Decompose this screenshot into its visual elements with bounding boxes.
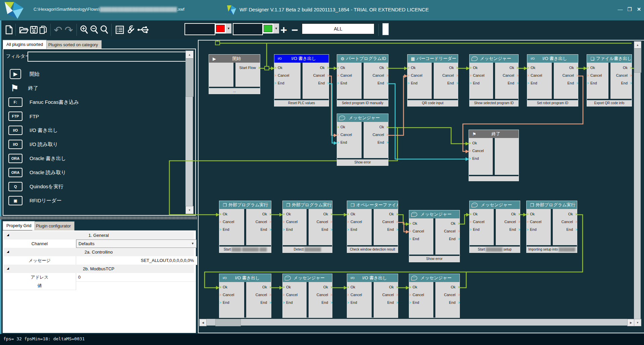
output-port-end[interactable]: End	[260, 300, 267, 304]
input-port-end[interactable]: End	[413, 237, 419, 241]
property-value[interactable]: SET_ALLOUT,0,0,0,0,0,0%	[76, 256, 197, 265]
property-group-label[interactable]: 2a. Controllino	[3, 248, 194, 257]
workflow-node-ext2[interactable]: ❐外部プログラム実行Ok>Cancel>End>Ok>Cancel>End>De…	[283, 201, 332, 253]
output-port-cancel[interactable]: Cancel	[317, 293, 328, 297]
input-port-ok[interactable]: Ok	[278, 66, 282, 70]
output-port-end[interactable]: End	[567, 81, 574, 85]
input-port-ok[interactable]: Ok	[413, 221, 417, 225]
output-port-cancel[interactable]: Cancel	[313, 73, 325, 77]
redo-button[interactable]: ↷	[64, 23, 74, 37]
scrollbar-thumb[interactable]	[634, 49, 641, 73]
input-port-ok[interactable]: Ok	[473, 212, 478, 216]
output-port-ok[interactable]: Ok	[569, 66, 574, 70]
input-port-cancel[interactable]: Cancel	[413, 293, 424, 297]
output-port-ok[interactable]: Ok	[323, 212, 328, 216]
maximize-button[interactable]: ❐	[625, 5, 634, 13]
output-port-ok[interactable]: Ok	[379, 125, 384, 129]
input-port-cancel[interactable]: Cancel	[530, 220, 541, 224]
color-swatch-1[interactable]	[215, 23, 226, 33]
zoom-minus-button[interactable]: −	[291, 21, 298, 39]
output-port-ok[interactable]: Ok	[389, 285, 394, 289]
workflow-node-ext3[interactable]: ❐外部プログラム実行Ok>Cancel>End>Ok>Cancel>End>Im…	[527, 201, 577, 253]
output-port-ok[interactable]: Ok	[509, 66, 514, 70]
workflow-node-msg2[interactable]: ⋯メッセンジャーOk>Cancel>End>Ok>Cancel>End>Show…	[337, 114, 388, 165]
output-port-end[interactable]: End	[377, 140, 384, 144]
output-port-cancel[interactable]: Cancel	[504, 220, 516, 224]
filter-input[interactable]	[28, 52, 193, 62]
close-button[interactable]: ✕	[635, 5, 643, 13]
output-port-cancel[interactable]: Cancel	[256, 220, 267, 224]
input-port-cancel[interactable]: Cancel	[531, 73, 542, 77]
plugin-list-item[interactable]: ORAOracle 書き出し	[7, 152, 66, 165]
color-filter-input-2[interactable]	[233, 23, 263, 35]
input-port-ok[interactable]: Ok	[286, 285, 291, 289]
workflow-node-ext1[interactable]: ❐外部プログラム実行Ok>Cancel>End>Ok>Cancel>End>St…	[219, 201, 271, 253]
output-port-cancel[interactable]: Cancel	[503, 73, 514, 77]
workflow-node-file1[interactable]: ❏ファイル書き出しOk>Cancel>End>Ok>Cancel>End>Exp…	[587, 55, 632, 106]
plugin-list-item[interactable]: I/OI/O 書き出し	[7, 124, 58, 137]
panel-splitter[interactable]	[0, 216, 197, 219]
output-port-ok[interactable]: Ok	[320, 66, 325, 70]
workflow-node-io2[interactable]: I/OI/O 書き出しOk>Cancel>End>Ok>Cancel>End>S…	[527, 55, 578, 106]
input-port-cancel[interactable]: Cancel	[286, 293, 298, 297]
plugin-list-item[interactable]: QQuindosを実行	[7, 180, 63, 193]
zoom-fit-button[interactable]	[99, 23, 109, 37]
input-port-ok[interactable]: Ok	[340, 66, 345, 70]
output-port-start-flow[interactable]: Start Flow	[239, 66, 256, 70]
output-port-cancel[interactable]: Cancel	[256, 293, 267, 297]
output-port-end[interactable]: End	[621, 81, 628, 85]
input-port-ok[interactable]: Ok	[590, 66, 595, 70]
input-port-end[interactable]: End	[286, 227, 293, 231]
output-port-ok[interactable]: Ok	[262, 285, 267, 289]
input-port-ok[interactable]: Ok	[286, 212, 291, 216]
chevron-down-icon[interactable]: ▼	[191, 240, 194, 248]
settings-button[interactable]	[125, 23, 136, 37]
output-port-ok[interactable]: Ok	[379, 66, 384, 70]
property-group-label[interactable]: 1. General	[3, 231, 194, 240]
zoom-out-button[interactable]	[89, 23, 99, 37]
input-port-cancel[interactable]: Cancel	[340, 73, 352, 77]
input-port-ok[interactable]: Ok	[351, 285, 355, 289]
workflow-node-barcode[interactable]: ▦バーコードリーダーOk>Cancel>End>Ok>Cancel>End>QR…	[408, 55, 458, 106]
input-port-end[interactable]: End	[411, 81, 418, 85]
output-port-end[interactable]: End	[447, 81, 454, 85]
output-port-end[interactable]: End	[566, 227, 573, 231]
zoom-plus-button[interactable]: +	[280, 21, 287, 39]
zoom-in-button[interactable]	[79, 23, 89, 37]
output-port-ok[interactable]: Ok	[389, 212, 394, 216]
scroll-up-button[interactable]: ▲	[185, 51, 194, 59]
color-swatch-1-dropdown[interactable]: ▼	[226, 23, 231, 33]
input-port-end[interactable]: End	[530, 227, 537, 231]
output-port-cancel[interactable]: Cancel	[561, 220, 573, 224]
input-port-end[interactable]: End	[351, 227, 357, 231]
input-port-cancel[interactable]: Cancel	[590, 73, 602, 77]
input-port-ok[interactable]: Ok	[351, 212, 355, 216]
output-port-end[interactable]: End	[321, 300, 328, 304]
scroll-down-button[interactable]: ▼	[634, 319, 641, 326]
output-port-end[interactable]: End	[387, 300, 394, 304]
workflow-node-msg4[interactable]: ⋯メッセンジャーOk>Cancel>End>Ok>Cancel>End>Star…	[470, 201, 520, 253]
input-port-cancel[interactable]: Cancel	[473, 73, 484, 77]
input-port-end[interactable]: End	[340, 140, 347, 144]
minimize-button[interactable]: —	[616, 5, 625, 13]
input-port-ok[interactable]: Ok	[411, 66, 416, 70]
output-port-cancel[interactable]: Cancel	[382, 293, 394, 297]
input-port-end[interactable]: End	[223, 300, 229, 304]
input-port-cancel[interactable]: Cancel	[351, 220, 362, 224]
workflow-node-msg1[interactable]: ⋯メッセンジャーOk>Cancel>End>Ok>Cancel>End>Show…	[470, 55, 518, 106]
color-swatch-2[interactable]	[263, 23, 273, 33]
output-port-end[interactable]: End	[387, 227, 394, 231]
input-port-end[interactable]: End	[531, 81, 537, 85]
input-port-cancel[interactable]: Cancel	[472, 149, 484, 153]
color-swatch-2-dropdown[interactable]: ▼	[273, 23, 279, 33]
plugin-list-scrollbar[interactable]: ▲ ▼	[185, 51, 193, 213]
log-list-button[interactable]	[115, 23, 125, 37]
input-port-ok[interactable]: Ok	[472, 141, 477, 145]
input-port-cancel[interactable]: Cancel	[351, 293, 362, 297]
plugin-list-item[interactable]: ▶開始	[7, 67, 40, 81]
output-port-cancel[interactable]: Cancel	[373, 73, 384, 77]
input-port-ok[interactable]: Ok	[340, 125, 345, 129]
output-port-ok[interactable]: Ok	[262, 212, 267, 216]
input-port-end[interactable]: End	[473, 227, 480, 231]
input-port-ok[interactable]: Ok	[531, 66, 535, 70]
